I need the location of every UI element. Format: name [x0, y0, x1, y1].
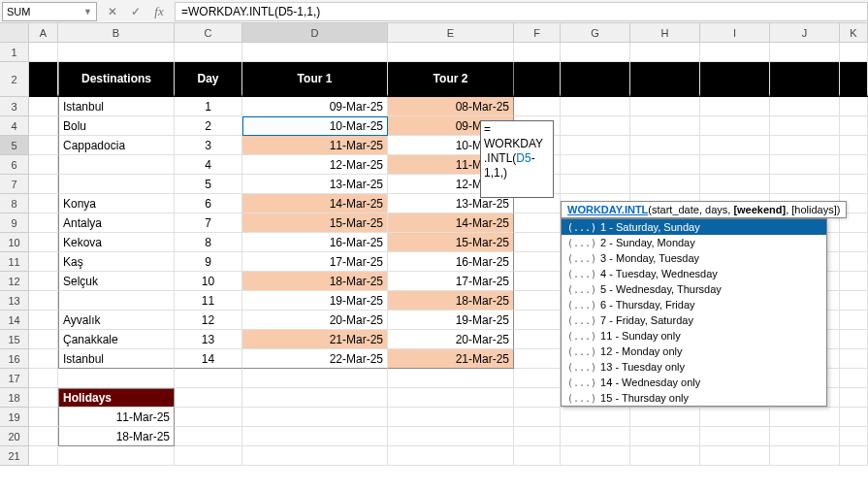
- cell[interactable]: 21-Mar-25: [388, 349, 514, 369]
- row-header[interactable]: 2: [0, 62, 29, 97]
- cell[interactable]: [388, 427, 514, 446]
- cell[interactable]: 3: [175, 136, 242, 155]
- cell[interactable]: [29, 43, 58, 62]
- cell[interactable]: [58, 43, 175, 62]
- row-header[interactable]: 18: [0, 388, 29, 408]
- tooltip-fn-link[interactable]: WORKDAY.INTL: [567, 204, 648, 215]
- cell[interactable]: [630, 43, 700, 62]
- cell[interactable]: [561, 97, 630, 116]
- cell[interactable]: [388, 43, 514, 62]
- cell[interactable]: 11-Mar-25: [242, 136, 388, 155]
- cell[interactable]: 5: [175, 175, 242, 194]
- cell[interactable]: [561, 408, 630, 427]
- cell[interactable]: [242, 388, 388, 408]
- cell[interactable]: [630, 446, 700, 466]
- cell[interactable]: [561, 446, 630, 466]
- cell[interactable]: [514, 62, 561, 97]
- row-header[interactable]: 10: [0, 233, 29, 252]
- cell[interactable]: [840, 43, 868, 62]
- cell[interactable]: 2: [175, 116, 242, 136]
- cell[interactable]: [561, 62, 630, 97]
- cell[interactable]: Tour 1: [242, 62, 388, 97]
- cell[interactable]: [58, 446, 175, 466]
- cell[interactable]: [514, 427, 561, 446]
- cell[interactable]: 17-Mar-25: [242, 252, 388, 272]
- cell[interactable]: [175, 369, 242, 388]
- cell[interactable]: [700, 408, 770, 427]
- cell[interactable]: 18-Mar-25: [58, 427, 175, 446]
- dropdown-item[interactable]: (...)3 - Monday, Tuesday: [562, 250, 826, 266]
- cell[interactable]: Bolu: [58, 116, 175, 136]
- cell[interactable]: 14-Mar-25: [242, 194, 388, 213]
- cell[interactable]: [840, 252, 868, 272]
- cell[interactable]: [770, 116, 840, 136]
- cell[interactable]: [840, 330, 868, 349]
- col-header-h[interactable]: H: [630, 23, 700, 42]
- cell[interactable]: [175, 446, 242, 466]
- enter-icon[interactable]: ✓: [128, 5, 144, 18]
- dropdown-item[interactable]: (...)7 - Friday, Saturday: [562, 312, 826, 328]
- cell[interactable]: 4: [175, 155, 242, 175]
- formula-input[interactable]: =WORKDAY.INTL(D5-1,1,): [175, 2, 868, 21]
- cell[interactable]: 16-Mar-25: [242, 233, 388, 252]
- cell[interactable]: 13-Mar-25: [242, 175, 388, 194]
- cell[interactable]: [840, 62, 868, 97]
- col-header-f[interactable]: F: [514, 23, 561, 42]
- dropdown-item[interactable]: (...)15 - Thursday only: [562, 390, 826, 406]
- cell[interactable]: 6: [175, 194, 242, 213]
- cell[interactable]: [514, 330, 561, 349]
- cell[interactable]: [175, 388, 242, 408]
- cell[interactable]: 7: [175, 213, 242, 233]
- cell[interactable]: [29, 330, 58, 349]
- cell[interactable]: 14: [175, 349, 242, 369]
- cell[interactable]: [700, 136, 770, 155]
- row-header[interactable]: 1: [0, 43, 29, 62]
- cell[interactable]: 20-Mar-25: [388, 330, 514, 349]
- cell[interactable]: [175, 427, 242, 446]
- row-header[interactable]: 15: [0, 330, 29, 349]
- cell[interactable]: [242, 446, 388, 466]
- row-header[interactable]: 16: [0, 349, 29, 369]
- dropdown-item[interactable]: (...)2 - Sunday, Monday: [562, 235, 826, 250]
- cell[interactable]: 11: [175, 291, 242, 311]
- cell[interactable]: 8: [175, 233, 242, 252]
- dropdown-item[interactable]: (...)11 - Sunday only: [562, 328, 826, 344]
- cell[interactable]: [514, 291, 561, 311]
- row-header[interactable]: 8: [0, 194, 29, 213]
- cell[interactable]: [700, 155, 770, 175]
- dropdown-item[interactable]: (...)12 - Monday only: [562, 344, 826, 359]
- cell[interactable]: [700, 427, 770, 446]
- cell[interactable]: [840, 369, 868, 388]
- cell[interactable]: [58, 175, 175, 194]
- cell[interactable]: [29, 213, 58, 233]
- cell[interactable]: [29, 369, 58, 388]
- cell[interactable]: [29, 349, 58, 369]
- cell[interactable]: [514, 388, 561, 408]
- autocomplete-dropdown[interactable]: (...)1 - Saturday, Sunday(...)2 - Sunday…: [561, 218, 827, 407]
- cell[interactable]: 20-Mar-25: [242, 311, 388, 330]
- cell[interactable]: [840, 155, 868, 175]
- cell[interactable]: [514, 408, 561, 427]
- cell[interactable]: [58, 369, 175, 388]
- cell[interactable]: [29, 97, 58, 116]
- cell[interactable]: 12: [175, 311, 242, 330]
- cell[interactable]: [175, 43, 242, 62]
- cell[interactable]: 11-Mar-25: [58, 408, 175, 427]
- cell[interactable]: [840, 446, 868, 466]
- cell[interactable]: 18-Mar-25: [242, 272, 388, 291]
- cell[interactable]: 19-Mar-25: [242, 291, 388, 311]
- col-header-i[interactable]: I: [700, 23, 770, 42]
- fx-icon[interactable]: fx: [151, 4, 167, 19]
- cell[interactable]: [514, 349, 561, 369]
- col-header-a[interactable]: A: [29, 23, 58, 42]
- cell[interactable]: Cappadocia: [58, 136, 175, 155]
- cell[interactable]: [514, 369, 561, 388]
- cell[interactable]: [840, 175, 868, 194]
- cell[interactable]: [561, 43, 630, 62]
- cell-editor[interactable]: = WORKDAY .INTL(D5- 1,1,): [480, 120, 554, 198]
- row-header[interactable]: 19: [0, 408, 29, 427]
- row-header[interactable]: 7: [0, 175, 29, 194]
- cell[interactable]: [840, 311, 868, 330]
- cell[interactable]: [514, 272, 561, 291]
- cell[interactable]: [514, 43, 561, 62]
